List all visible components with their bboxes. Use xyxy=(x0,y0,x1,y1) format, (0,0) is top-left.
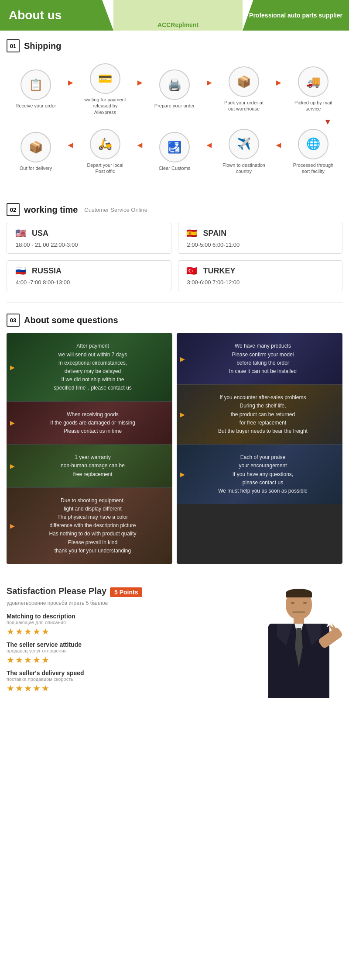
time-box-spain: 🇪🇸 SPAIN 2:00-5:00 6:00-11:00 xyxy=(178,223,343,254)
q-arrow-r2: ▶ xyxy=(180,471,185,478)
turkey-country-row: 🇹🇷 TURKEY xyxy=(185,266,336,276)
step-7-icon: 🛵 xyxy=(90,129,120,159)
shipping-steps: 📋 Receive your order ▶ 💳 waiting for pay… xyxy=(7,59,342,181)
usa-country-row: 🇺🇸 USA xyxy=(14,228,164,238)
step-5: 🚚 Picked up by mail service xyxy=(291,66,335,112)
arrow-3: ▶ xyxy=(207,79,212,86)
arrow-down: ▼ xyxy=(9,117,340,127)
spain-name: SPAIN xyxy=(203,229,227,238)
arrow-5: ◀ xyxy=(68,141,73,148)
working-num: 02 xyxy=(7,203,20,216)
spain-country-row: 🇪🇸 SPAIN xyxy=(185,228,336,238)
arrow-8: ◀ xyxy=(276,141,281,148)
biz-mouth xyxy=(292,611,305,613)
q-text-left-2: 1 year warrantynon-human damage can befr… xyxy=(20,453,166,479)
header-tagline: Professional auto parts supplier xyxy=(243,0,349,31)
q-block-left-0: ▶ After paymentwe will send out within 7… xyxy=(7,333,172,401)
time-box-usa: 🇺🇸 USA 18:00 - 21:00 22:00-3:00 xyxy=(7,223,171,254)
step-10: 🌐 Processed through sort facility xyxy=(291,129,335,175)
tagline-text: Professional auto parts supplier xyxy=(249,12,342,19)
step-2-label: waiting for payment released by Aliexpre… xyxy=(83,97,127,115)
usa-name: USA xyxy=(32,229,48,238)
working-grid: 🇺🇸 USA 18:00 - 21:00 22:00-3:00 🇪🇸 SPAIN… xyxy=(7,223,342,291)
turkey-times: 3:00-6:00 7:00-12:00 xyxy=(185,279,336,286)
q-arrow-r1: ▶ xyxy=(180,411,185,418)
step-6-label: Out for delivery xyxy=(20,165,52,171)
page-header: About us ACCReplment Professional auto p… xyxy=(0,0,349,31)
step-5-label: Picked up by mail service xyxy=(291,100,335,112)
step-8-icon: 🛃 xyxy=(159,132,190,162)
sat-stars-1: ★★★★★ xyxy=(7,655,251,665)
step-10-icon: 🌐 xyxy=(298,129,328,159)
time-box-turkey: 🇹🇷 TURKEY 3:00-6:00 7:00-12:00 xyxy=(178,260,343,291)
q-arrow-l0: ▶ xyxy=(10,364,15,371)
q-block-right-1: ▶ If you encounter after-sales problemsD… xyxy=(177,385,342,445)
usa-flag: 🇺🇸 xyxy=(14,228,27,238)
sat-item-0: Matching to description подщающие для оп… xyxy=(7,613,251,637)
step-9-label: Flown to destination country xyxy=(222,162,266,175)
step-2: 💳 waiting for payment released by Aliexp… xyxy=(83,63,127,115)
sat-stars-0: ★★★★★ xyxy=(7,626,251,637)
step-7: 🛵 Depart your local Post offic xyxy=(83,129,127,175)
biz-hair xyxy=(286,589,312,597)
step-1-icon: 📋 xyxy=(21,69,51,100)
sat-sub-1: продавец услуг отношения xyxy=(7,648,251,653)
step-5-icon: 🚚 xyxy=(298,66,328,97)
working-title-row: 02 working time Customer Service Online xyxy=(7,203,342,216)
satisfaction-right: ★ xyxy=(255,586,342,698)
step-8-label: Clear Customs xyxy=(159,165,191,171)
spain-times: 2:00-5:00 6:00-11:00 xyxy=(185,242,336,248)
step-2-icon: 💳 xyxy=(90,63,120,94)
q-arrow-l1: ▶ xyxy=(10,419,15,426)
arrow-7: ◀ xyxy=(207,141,212,148)
step-10-label: Processed through sort facility xyxy=(291,162,335,175)
russia-flag: 🇷🇺 xyxy=(14,266,27,276)
sat-stars-2: ★★★★★ xyxy=(7,683,251,694)
satisfaction-section: Satisfaction Please Play 5 Points удовле… xyxy=(0,577,349,707)
q-arrow-r0: ▶ xyxy=(180,355,185,362)
q-text-right-0: We have many productsPlease confirm your… xyxy=(190,342,336,376)
q-text-left-3: Due to shooting equipment,light and disp… xyxy=(20,497,166,555)
usa-times: 18:00 - 21:00 22:00-3:00 xyxy=(14,242,164,248)
sat-item-1: The seller service attitude продавец усл… xyxy=(7,641,251,665)
q-panel-right: ▶ We have many productsPlease confirm yo… xyxy=(177,333,342,564)
businessman-figure: ★ xyxy=(260,589,338,698)
shipping-num: 01 xyxy=(7,39,20,52)
step-1: 📋 Receive your order xyxy=(14,69,58,109)
q-block-left-2: ▶ 1 year warrantynon-human damage can be… xyxy=(7,445,172,488)
arrow-2: ▶ xyxy=(137,79,142,86)
questions-title-row: 03 About some questions xyxy=(7,314,342,327)
turkey-flag: 🇹🇷 xyxy=(185,266,199,276)
q-arrow-l2: ▶ xyxy=(10,462,15,469)
sat-title-1: The seller service attitude xyxy=(7,641,251,648)
sat-sub-2: поставка продавцом скорость xyxy=(7,676,251,682)
questions-grid: ▶ After paymentwe will send out within 7… xyxy=(7,333,342,564)
step-4-label: Pack your order at out warehouse xyxy=(222,100,266,112)
satisfaction-subtitle: удовлетворение просьба играть 5 баллов xyxy=(7,600,251,606)
sat-sub-0: подщающие для описания xyxy=(7,620,251,625)
spain-flag: 🇪🇸 xyxy=(185,228,199,238)
working-sublabel: Customer Service Online xyxy=(84,207,147,213)
step-8: 🛃 Clear Customs xyxy=(153,132,196,171)
steps-row-2: 📦 Out for delivery ◀ 🛵 Depart your local… xyxy=(9,129,340,175)
header-about: About us xyxy=(0,0,113,31)
sat-title-0: Matching to description xyxy=(7,613,251,620)
step-3-icon: 🖨️ xyxy=(159,69,190,100)
turkey-name: TURKEY xyxy=(203,266,236,276)
sat-item-2: The seller's delivery speed поставка про… xyxy=(7,669,251,694)
q-text-left-1: When receiving goodsIf the goods are dam… xyxy=(20,411,166,436)
russia-country-row: 🇷🇺 RUSSIA xyxy=(14,266,164,276)
shipping-label: Shipping xyxy=(24,41,62,51)
step-9-icon: ✈️ xyxy=(229,129,259,159)
step-6-icon: 📦 xyxy=(21,132,51,162)
biz-eye-left xyxy=(291,602,294,604)
q-block-left-1: ▶ When receiving goodsIf the goods are d… xyxy=(7,402,172,445)
working-time-section: 02 working time Customer Service Online … xyxy=(0,194,349,300)
header-brand: ACCReplment xyxy=(113,0,243,31)
step-3: 🖨️ Prepare your order xyxy=(153,69,196,109)
biz-tie xyxy=(294,628,304,667)
biz-star-icon: ★ xyxy=(324,615,336,630)
step-4: 📦 Pack your order at out warehouse xyxy=(222,66,266,112)
q-text-right-2: Each of your praiseyour encouragementIf … xyxy=(190,453,336,495)
satisfaction-title: Satisfaction Please Play xyxy=(7,586,106,596)
